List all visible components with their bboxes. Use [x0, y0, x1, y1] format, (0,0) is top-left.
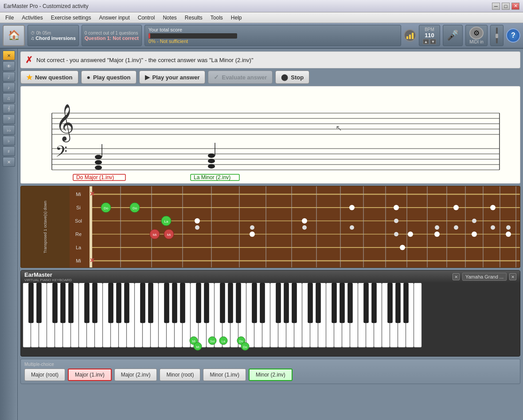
volume-slider[interactable]	[490, 25, 503, 46]
menu-exercise-settings[interactable]: Exercise settings	[47, 14, 95, 22]
piano-settings-btn[interactable]: ✕	[509, 273, 516, 280]
black-key-36[interactable]	[316, 283, 321, 323]
black-key-18[interactable]	[172, 283, 177, 323]
menu-file[interactable]: File	[2, 14, 17, 22]
svg-point-89	[472, 232, 477, 237]
sidebar-item-10[interactable]: ✕	[3, 157, 15, 167]
white-key-49[interactable]	[414, 283, 422, 347]
black-key-43[interactable]	[372, 283, 377, 323]
piano-instrument-selector[interactable]: Yamaha Grand ...	[462, 273, 507, 281]
play-question-button[interactable]: ● Play question	[81, 71, 137, 84]
menu-activities[interactable]: Activities	[18, 14, 46, 22]
black-key-22[interactable]	[204, 283, 209, 323]
black-key-11[interactable]	[117, 283, 121, 323]
sidebar-item-1[interactable]: 👁	[3, 61, 15, 71]
error-banner: ✗ Not correct - you answered "Major (1.i…	[20, 51, 520, 68]
menu-results[interactable]: Results	[181, 14, 206, 22]
sidebar-item-2[interactable]: ♩	[3, 72, 15, 82]
black-key-5[interactable]	[69, 283, 74, 323]
black-key-26[interactable]	[236, 283, 241, 323]
mc-btn-minor-1inv[interactable]: Minor (1.inv)	[203, 369, 246, 381]
svg-point-18	[95, 160, 102, 165]
black-key-17[interactable]	[164, 283, 169, 323]
svg-point-22	[208, 159, 215, 163]
error-message: Not correct - you answered "Major (1.inv…	[36, 57, 254, 63]
svg-text:La: La	[76, 245, 82, 250]
svg-point-63	[506, 225, 511, 230]
piano-controls[interactable]: ✕ Yamaha Grand ... ✕	[453, 273, 516, 281]
svg-text:Mi: Mi	[152, 233, 156, 237]
help-button[interactable]: ?	[506, 28, 520, 43]
black-key-31[interactable]	[276, 283, 281, 323]
sidebar-item-9[interactable]: ♯	[3, 146, 15, 156]
svg-point-91	[506, 232, 511, 237]
home-button[interactable]: 🏠	[3, 25, 25, 46]
svg-text:La: La	[164, 220, 168, 224]
sidebar-item-5[interactable]: 𝄞	[3, 104, 15, 114]
black-key-21[interactable]	[196, 283, 201, 323]
bpm-controls[interactable]: ▲ ▼	[423, 39, 436, 44]
mc-btn-major-2inv[interactable]: Major (2.inv)	[114, 369, 157, 381]
close-button[interactable]: ✕	[511, 3, 519, 10]
black-key-12[interactable]	[125, 283, 129, 323]
menu-answer-input[interactable]: Answer input	[95, 14, 133, 22]
sidebar-item-7[interactable]: ♭♭	[3, 125, 15, 135]
black-key-24[interactable]	[220, 283, 225, 323]
black-key-35[interactable]	[308, 283, 313, 323]
bar-chart-icon	[406, 31, 414, 40]
piano-note-label: Do	[243, 345, 247, 349]
black-key-38[interactable]	[332, 283, 337, 323]
minimize-button[interactable]: ─	[492, 3, 500, 10]
sidebar-item-4[interactable]: ♫	[3, 93, 15, 103]
evaluate-answer-button[interactable]: ✓ Evaluate answer	[208, 71, 273, 84]
restore-button[interactable]: □	[502, 3, 510, 10]
sidebar-item-0[interactable]: ✕	[3, 51, 15, 60]
black-key-7[interactable]	[85, 283, 90, 323]
svg-text:Si: Si	[76, 205, 81, 210]
black-key-1[interactable]	[37, 283, 42, 323]
black-key-39[interactable]	[340, 283, 345, 323]
mc-btn-minor-2inv[interactable]: Minor (2.inv)	[249, 369, 293, 381]
mc-btn-major-1inv[interactable]: Major (1.inv)	[68, 369, 112, 381]
mc-btn-major-root[interactable]: Major (root)	[24, 369, 65, 381]
black-key-42[interactable]	[364, 283, 369, 323]
black-key-3[interactable]	[53, 283, 58, 323]
black-key-25[interactable]	[228, 283, 233, 323]
new-question-button[interactable]: ★ New question	[20, 71, 78, 84]
black-key-33[interactable]	[292, 283, 297, 323]
menu-notes[interactable]: Notes	[159, 14, 180, 22]
black-key-8[interactable]	[93, 283, 98, 323]
score-indicator	[404, 29, 416, 42]
black-key-28[interactable]	[252, 283, 257, 323]
black-key-45[interactable]	[388, 283, 393, 323]
timer-group: ⏱ 0h 05m ♫ Chord inversions	[27, 25, 79, 46]
svg-rect-1	[409, 35, 411, 39]
sidebar-item-3[interactable]: ♪	[3, 82, 15, 92]
menu-tools[interactable]: Tools	[207, 14, 226, 22]
menu-control[interactable]: Control	[134, 14, 159, 22]
mc-btn-minor-root[interactable]: Minor (root)	[160, 369, 200, 381]
black-key-32[interactable]	[284, 283, 289, 323]
black-key-19[interactable]	[180, 283, 185, 323]
black-key-10[interactable]	[109, 283, 113, 323]
black-key-4[interactable]	[61, 283, 66, 323]
piano-note-label: Do	[239, 340, 243, 343]
black-key-0[interactable]	[29, 283, 34, 323]
black-key-46[interactable]	[396, 283, 401, 323]
play-answer-button[interactable]: ▶ Play your answer	[139, 71, 206, 84]
bpm-up[interactable]: ▲	[423, 39, 429, 44]
stop-button[interactable]: ⬤ Stop	[275, 71, 309, 84]
bpm-value: 110	[425, 32, 434, 39]
black-key-29[interactable]	[260, 283, 265, 323]
sidebar-item-6[interactable]: 𝄢	[3, 114, 15, 124]
bpm-down[interactable]: ▼	[430, 39, 436, 44]
piano-close-btn[interactable]: ✕	[453, 273, 460, 280]
black-key-14[interactable]	[141, 283, 145, 323]
black-key-15[interactable]	[148, 283, 153, 323]
sidebar-item-8[interactable]: ♭	[3, 136, 15, 145]
menu-help[interactable]: Help	[227, 14, 246, 22]
window-controls[interactable]: ─ □ ✕	[492, 3, 519, 10]
black-key-40[interactable]	[348, 283, 353, 323]
piano-keys-svg[interactable]: MiMiSolLaDoDo	[21, 283, 520, 354]
black-key-47[interactable]	[404, 283, 409, 323]
